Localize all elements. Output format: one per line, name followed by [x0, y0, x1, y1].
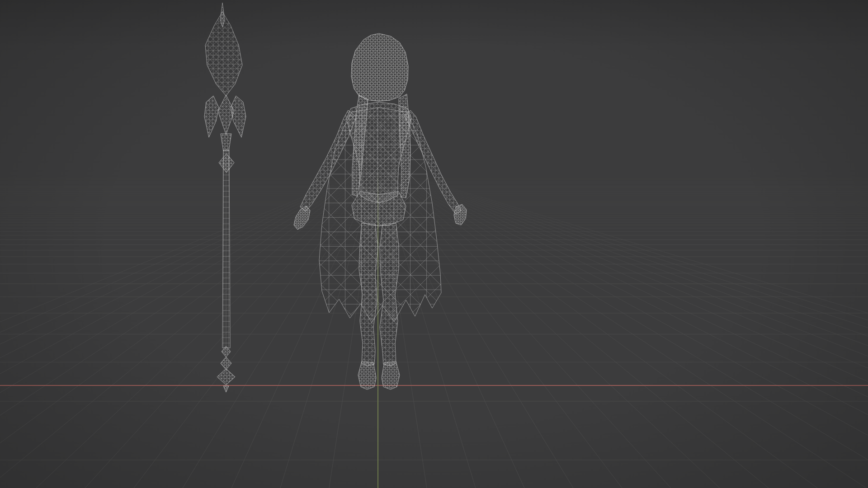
3d-viewport[interactable]: [0, 0, 868, 488]
viewport-canvas: [0, 0, 868, 488]
viewport-background: [0, 0, 868, 488]
